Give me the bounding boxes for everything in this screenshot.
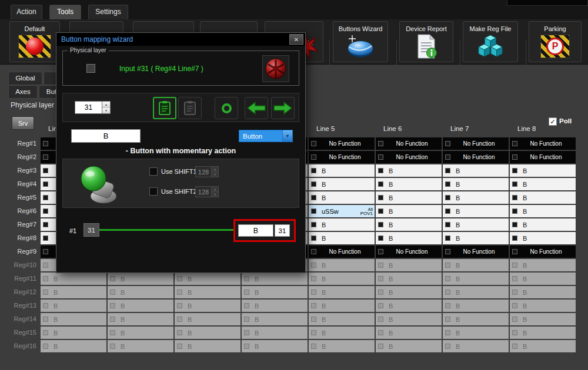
grid-cell[interactable]: B bbox=[108, 273, 173, 285]
grid-cell[interactable]: B bbox=[175, 286, 240, 298]
grid-cell[interactable]: B bbox=[443, 191, 509, 204]
shift2-value-spinner[interactable]: 128 ▲▼ bbox=[195, 186, 219, 197]
grid-cell[interactable]: B bbox=[510, 327, 576, 339]
grid-cell[interactable]: B bbox=[443, 313, 509, 325]
default-button[interactable]: Default bbox=[9, 21, 60, 62]
next-input-button[interactable] bbox=[271, 97, 295, 119]
cell-checkbox[interactable] bbox=[311, 236, 316, 241]
cell-checkbox[interactable] bbox=[43, 208, 48, 214]
spinner-down-icon[interactable]: ▼ bbox=[102, 107, 110, 114]
grid-cell[interactable]: B bbox=[309, 232, 375, 244]
cell-checkbox[interactable] bbox=[378, 276, 383, 281]
cell-checkbox[interactable] bbox=[311, 249, 316, 254]
dialog-titlebar[interactable]: Button mapping wizard ✕ bbox=[56, 33, 305, 46]
grid-cell[interactable]: B bbox=[510, 313, 576, 325]
grid-cell[interactable]: B bbox=[510, 340, 576, 352]
cell-checkbox[interactable] bbox=[311, 222, 316, 227]
grid-cell[interactable]: B bbox=[376, 313, 442, 325]
cell-checkbox[interactable] bbox=[512, 276, 517, 281]
grid-cell[interactable]: No Function bbox=[510, 137, 576, 150]
cell-checkbox[interactable] bbox=[378, 168, 383, 173]
cell-checkbox[interactable] bbox=[512, 330, 517, 335]
cell-checkbox[interactable] bbox=[177, 344, 182, 349]
grid-cell[interactable]: B bbox=[443, 286, 509, 298]
cell-checkbox[interactable] bbox=[311, 317, 316, 322]
grid-cell[interactable]: B bbox=[510, 205, 576, 217]
cell-checkbox[interactable] bbox=[311, 330, 316, 335]
cell-checkbox[interactable] bbox=[445, 208, 450, 214]
use-shift2-checkbox[interactable] bbox=[149, 187, 158, 196]
cell-checkbox[interactable] bbox=[110, 303, 115, 308]
grid-cell[interactable]: B bbox=[108, 313, 173, 325]
grid-cell[interactable]: B bbox=[376, 178, 442, 190]
device-report-button[interactable]: Device Report bbox=[399, 21, 453, 62]
cell-checkbox[interactable] bbox=[512, 317, 517, 322]
spinner-up-icon[interactable]: ▲ bbox=[212, 187, 218, 191]
cell-checkbox[interactable] bbox=[110, 344, 115, 349]
cell-checkbox[interactable] bbox=[378, 317, 383, 322]
grid-cell[interactable]: No Function bbox=[376, 151, 442, 163]
buttons-wizard-button[interactable]: Buttons Wizard bbox=[333, 21, 388, 62]
cell-checkbox[interactable] bbox=[43, 276, 48, 281]
cell-checkbox[interactable] bbox=[512, 222, 517, 227]
copy-button[interactable] bbox=[153, 97, 176, 119]
grid-cell[interactable]: B bbox=[175, 300, 240, 312]
cell-checkbox[interactable] bbox=[512, 195, 517, 200]
cell-checkbox[interactable] bbox=[311, 344, 316, 349]
cell-checkbox[interactable] bbox=[177, 290, 182, 295]
cell-checkbox[interactable] bbox=[311, 181, 316, 187]
spinner-up-icon[interactable]: ▲ bbox=[102, 102, 110, 107]
grid-cell[interactable]: B bbox=[309, 313, 375, 325]
grid-cell[interactable]: B bbox=[443, 259, 509, 271]
grid-cell[interactable]: B bbox=[309, 340, 375, 352]
cell-checkbox[interactable] bbox=[378, 141, 383, 146]
cell-checkbox[interactable] bbox=[445, 330, 450, 335]
grid-cell[interactable]: B bbox=[242, 340, 308, 352]
grid-cell[interactable]: B bbox=[376, 259, 442, 271]
cell-checkbox[interactable] bbox=[512, 290, 517, 295]
cell-checkbox[interactable] bbox=[110, 317, 115, 322]
cell-checkbox[interactable] bbox=[512, 303, 517, 308]
cell-checkbox[interactable] bbox=[445, 222, 450, 227]
cell-checkbox[interactable] bbox=[378, 330, 383, 335]
cell-checkbox[interactable] bbox=[177, 330, 182, 335]
grid-cell[interactable]: No Function bbox=[510, 245, 576, 258]
parking-button[interactable]: Parking P bbox=[529, 21, 582, 62]
cell-checkbox[interactable] bbox=[512, 208, 517, 214]
cell-checkbox[interactable] bbox=[378, 303, 383, 308]
grid-cell[interactable]: B bbox=[376, 327, 442, 339]
grid-cell[interactable]: No Function bbox=[309, 151, 375, 163]
cell-checkbox[interactable] bbox=[311, 263, 316, 268]
cell-checkbox[interactable] bbox=[378, 263, 383, 268]
cell-checkbox[interactable] bbox=[244, 303, 249, 308]
spinner-down-icon[interactable]: ▼ bbox=[212, 171, 218, 177]
input-state-checkbox[interactable] bbox=[86, 64, 95, 73]
grid-cell[interactable]: uSSwAltPOV1 bbox=[309, 205, 375, 217]
grid-cell[interactable]: B bbox=[510, 178, 576, 190]
cell-checkbox[interactable] bbox=[378, 222, 383, 227]
cell-checkbox[interactable] bbox=[43, 263, 48, 268]
cell-checkbox[interactable] bbox=[110, 276, 115, 281]
cell-checkbox[interactable] bbox=[445, 303, 450, 308]
grid-cell[interactable]: B bbox=[510, 273, 576, 285]
cell-checkbox[interactable] bbox=[512, 141, 517, 146]
grid-cell[interactable]: B bbox=[175, 327, 240, 339]
cell-checkbox[interactable] bbox=[512, 168, 517, 173]
cell-checkbox[interactable] bbox=[445, 317, 450, 322]
cell-checkbox[interactable] bbox=[43, 303, 48, 308]
chevron-down-icon[interactable]: ▼ bbox=[282, 130, 292, 142]
grid-cell[interactable]: B bbox=[443, 327, 509, 339]
grid-cell[interactable]: B bbox=[376, 205, 442, 217]
cell-checkbox[interactable] bbox=[378, 154, 383, 160]
button-type-dropdown[interactable]: Button ▼ bbox=[239, 130, 293, 142]
grid-cell[interactable]: B bbox=[41, 300, 106, 312]
grid-cell[interactable]: B bbox=[242, 273, 308, 285]
cell-checkbox[interactable] bbox=[445, 249, 450, 254]
close-icon[interactable]: ✕ bbox=[289, 34, 303, 45]
grid-cell[interactable]: B bbox=[242, 327, 308, 339]
cell-checkbox[interactable] bbox=[43, 249, 48, 254]
cell-checkbox[interactable] bbox=[43, 181, 48, 187]
grid-cell[interactable]: B bbox=[41, 273, 106, 285]
cell-checkbox[interactable] bbox=[110, 290, 115, 295]
grid-cell[interactable]: B bbox=[443, 340, 509, 352]
